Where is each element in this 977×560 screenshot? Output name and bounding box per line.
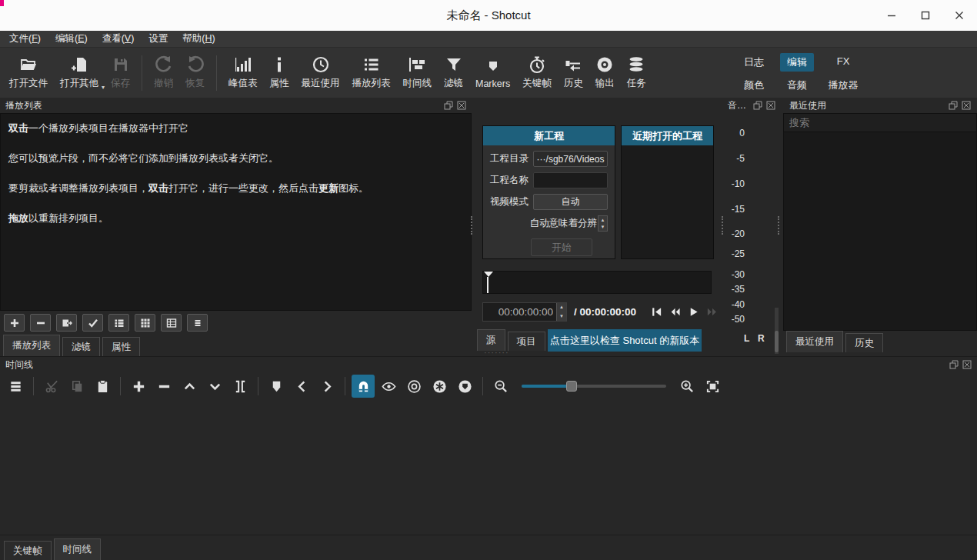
- project-tab[interactable]: 项目: [508, 332, 545, 351]
- layout-player-button[interactable]: 播放器: [822, 76, 865, 95]
- update-button[interactable]: [82, 314, 103, 332]
- play-button[interactable]: [688, 306, 699, 318]
- recent-list[interactable]: [783, 132, 977, 331]
- snap-button[interactable]: [352, 375, 375, 398]
- skip-start-button[interactable]: [651, 306, 662, 318]
- scrollbar-thumb[interactable]: [775, 331, 779, 352]
- maximize-button[interactable]: [914, 4, 937, 27]
- minimize-button[interactable]: [880, 4, 903, 27]
- properties-button[interactable]: 属性: [264, 52, 295, 94]
- timeline-button[interactable]: 时间线: [397, 52, 438, 94]
- save-button[interactable]: 保存: [105, 52, 136, 94]
- playlist-tab[interactable]: 播放列表: [3, 335, 60, 356]
- scrub-while-dragging-button[interactable]: [377, 375, 400, 398]
- spin-down-icon[interactable]: ▼: [599, 224, 607, 232]
- ripple-delete-button[interactable]: [152, 375, 175, 398]
- view-icons-button[interactable]: [161, 314, 182, 332]
- open-other-button[interactable]: 打开其他 ▾: [54, 52, 105, 94]
- copy-button[interactable]: [65, 375, 88, 398]
- spin-up-icon[interactable]: ▲: [599, 216, 607, 224]
- search-input[interactable]: [783, 113, 977, 132]
- float-panel-icon[interactable]: [753, 101, 762, 110]
- undo-button[interactable]: 撤销: [148, 52, 179, 94]
- filters-button[interactable]: 滤镜: [438, 52, 469, 94]
- zoom-out-button[interactable]: [489, 375, 512, 398]
- float-panel-icon[interactable]: [949, 360, 959, 369]
- ripple-all-tracks-button[interactable]: [428, 375, 451, 398]
- overwrite-button[interactable]: [203, 375, 226, 398]
- slider-handle[interactable]: [566, 381, 577, 392]
- menu-help[interactable]: 帮助(H): [182, 32, 215, 45]
- recent-tab[interactable]: 最近使用: [786, 331, 843, 352]
- timecode-spin-arrows[interactable]: ▲▼: [556, 303, 566, 321]
- properties-tab[interactable]: 属性: [102, 337, 140, 356]
- cut-button[interactable]: [40, 375, 63, 398]
- view-details-button[interactable]: [108, 314, 129, 332]
- filters-tab[interactable]: 滤镜: [62, 337, 100, 356]
- timecode-input[interactable]: [483, 303, 556, 321]
- ripple-button[interactable]: [402, 375, 425, 398]
- timeline-zoom-slider[interactable]: [522, 375, 666, 398]
- layout-editing-button[interactable]: 编辑: [780, 53, 814, 72]
- export-button[interactable]: 输出: [589, 52, 621, 94]
- close-panel-icon[interactable]: [962, 360, 972, 369]
- open-clip-button[interactable]: [56, 314, 77, 332]
- open-file-button[interactable]: 打开文件: [3, 52, 54, 94]
- keyframes-tab[interactable]: 关键帧: [4, 541, 52, 560]
- zoom-fit-button[interactable]: [701, 375, 724, 398]
- markers-button[interactable]: Markers: [469, 53, 516, 93]
- float-panel-icon[interactable]: [444, 101, 453, 110]
- float-panel-icon[interactable]: [949, 101, 958, 110]
- project-dir-button[interactable]: ···/sgb76/Videos: [533, 151, 608, 167]
- close-panel-icon[interactable]: [962, 101, 971, 110]
- view-tiles-button[interactable]: [135, 314, 155, 332]
- splitter-handle[interactable]: [778, 216, 779, 235]
- timeline-tracks-area[interactable]: [0, 401, 977, 535]
- slider-track[interactable]: [522, 385, 666, 388]
- close-panel-icon[interactable]: [457, 101, 466, 110]
- timecode-spinner[interactable]: ▲▼: [482, 302, 567, 322]
- history-tab[interactable]: 历史: [845, 333, 883, 352]
- zoom-in-button[interactable]: [675, 375, 699, 398]
- video-mode-button[interactable]: 自动: [533, 194, 608, 210]
- auto-note-spinner[interactable]: ▲▼: [598, 215, 608, 232]
- append-button[interactable]: [127, 375, 150, 398]
- meter-scrollbar[interactable]: [775, 308, 779, 354]
- menu-view[interactable]: 查看(V): [102, 32, 135, 45]
- upgrade-button[interactable]: 点击这里以检查 Shotcut 的新版本: [548, 329, 702, 352]
- timeline-menu-button[interactable]: [4, 375, 27, 398]
- layout-audio-button[interactable]: 音频: [780, 76, 814, 95]
- fast-forward-button[interactable]: [706, 306, 718, 318]
- create-marker-button[interactable]: [265, 375, 288, 398]
- paste-button[interactable]: [91, 375, 114, 398]
- scrub-bar[interactable]: [482, 271, 712, 294]
- redo-button[interactable]: 恢复: [179, 52, 211, 94]
- history-button[interactable]: 历史: [558, 52, 589, 94]
- playlist-menu-button[interactable]: [187, 314, 208, 332]
- project-name-input[interactable]: [533, 172, 608, 188]
- menu-settings[interactable]: 设置: [148, 32, 168, 45]
- close-button[interactable]: [948, 4, 971, 27]
- next-marker-button[interactable]: [315, 375, 338, 398]
- remove-button[interactable]: [30, 314, 51, 332]
- peak-meter-button[interactable]: 峰值表: [222, 52, 264, 94]
- jobs-button[interactable]: 任务: [621, 52, 652, 94]
- recent-projects-list[interactable]: [622, 145, 713, 259]
- layout-color-button[interactable]: 颜色: [737, 76, 771, 95]
- menu-file[interactable]: 文件(F): [9, 32, 41, 45]
- close-panel-icon[interactable]: [766, 101, 775, 110]
- menu-edit[interactable]: 编辑(E): [55, 32, 88, 45]
- spin-up-icon[interactable]: ▲: [557, 303, 566, 312]
- layout-logging-button[interactable]: 日志: [737, 53, 771, 72]
- splitter-handle[interactable]: [471, 216, 472, 235]
- ripple-markers-button[interactable]: [453, 375, 476, 398]
- start-button[interactable]: 开始: [531, 238, 592, 256]
- splitter-handle[interactable]: [722, 216, 723, 235]
- timeline-tab[interactable]: 时间线: [54, 538, 102, 560]
- add-button[interactable]: [4, 314, 25, 332]
- split-button[interactable]: [228, 375, 252, 398]
- spin-down-icon[interactable]: ▼: [557, 312, 566, 321]
- recent-button[interactable]: 最近使用: [295, 52, 346, 94]
- keyframes-button[interactable]: 关键帧: [516, 52, 558, 94]
- previous-marker-button[interactable]: [290, 375, 313, 398]
